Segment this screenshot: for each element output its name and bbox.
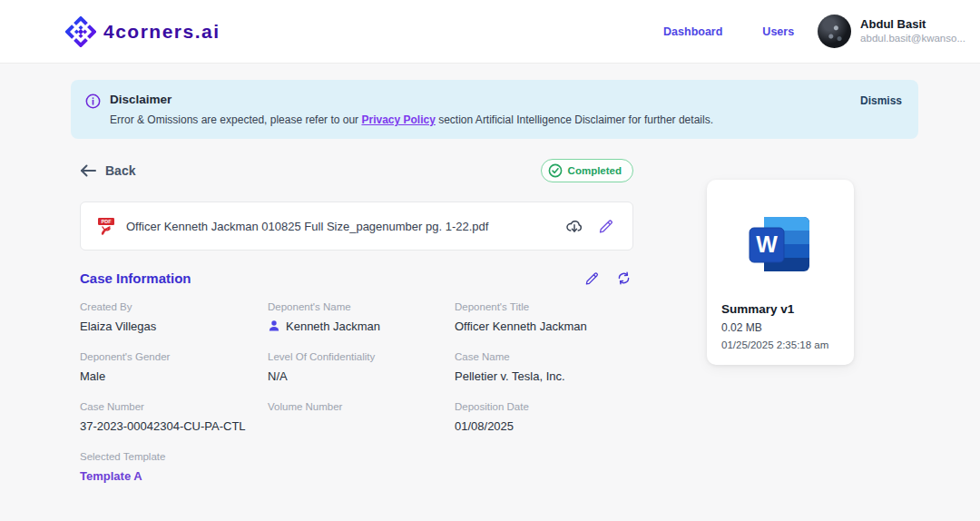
user-name: Abdul Basit [860,17,965,33]
field-created-by: Created By Elaiza Villegas [80,301,268,333]
disclaimer-title: Disclaimer [110,93,851,106]
disclaimer-message: Error & Omissions are expected, please r… [110,113,851,126]
field-deponent-title: Deponent's Title Officer Kenneth Jackman [455,301,633,333]
back-button[interactable]: Back [80,163,135,178]
pdf-file-card: PDF Officer Kenneth Jackman 010825 Full … [80,202,633,251]
pdf-filename: Officer Kenneth Jackman 010825 Full Size… [126,220,553,233]
back-label: Back [105,163,135,178]
privacy-policy-link[interactable]: Privacy Policy [361,113,435,126]
user-email: abdul.basit@kwanso... [860,32,965,45]
summary-file-size: 0.02 MB [721,321,839,334]
app-header: 4corners.ai Dashboard Users Abdul Basit … [0,0,980,64]
field-case-number: Case Number 37-2023-00042304-CU-PA-CTL [80,401,268,433]
case-information-title: Case Information [80,270,191,286]
status-badge: Completed [541,159,633,182]
nav-users-link[interactable]: Users [762,25,794,38]
back-arrow-icon [80,164,96,177]
logo-text: 4corners.ai [103,21,220,43]
edit-case-icon[interactable] [583,269,602,288]
person-icon [268,319,280,332]
summary-timestamp: 01/25/2025 2:35:18 am [721,339,839,350]
logo-diamond-icon [65,16,96,47]
nav-dashboard-link[interactable]: Dashboard [663,25,722,38]
template-link[interactable]: Template A [80,468,268,483]
main-content: Back Completed PDF [0,139,980,483]
avatar[interactable] [818,15,851,48]
field-confidentiality: Level Of Confidentiality N/A [268,351,455,383]
user-menu[interactable]: Abdul Basit abdul.basit@kwanso... [818,15,965,48]
field-deposition-date: Deposition Date 01/08/2025 [455,401,633,433]
disclaimer-banner: Disclaimer Error & Omissions are expecte… [71,80,918,139]
summary-document-card[interactable]: W Summary v1 0.02 MB 01/25/2025 2:35:18 … [707,180,854,365]
check-circle-icon [548,163,563,178]
case-fields-grid: Created By Elaiza Villegas Deponent's Na… [80,301,633,483]
edit-file-icon[interactable] [596,216,616,236]
field-deponent-gender: Deponent's Gender Male [80,351,268,383]
main-nav: Dashboard Users [663,25,794,38]
word-document-icon: W [737,201,824,288]
pdf-file-icon: PDF [97,216,115,236]
field-deponent-name: Deponent's Name Kenneth Jackman [268,301,455,333]
field-volume-number: Volume Number [268,401,455,433]
svg-text:W: W [756,231,778,257]
status-label: Completed [568,165,622,176]
app-logo[interactable]: 4corners.ai [65,16,220,47]
field-case-name: Case Name Pelletier v. Tesla, Inc. [455,351,633,383]
disclaimer-text-prefix: Error & Omissions are expected, please r… [110,113,361,126]
download-icon[interactable] [564,215,585,237]
summary-title: Summary v1 [721,302,839,316]
info-icon [85,93,101,109]
refresh-icon[interactable] [614,269,633,288]
disclaimer-text-suffix: section Artificial Intelligence Disclaim… [436,113,713,126]
dismiss-button[interactable]: Dismiss [860,94,902,107]
field-selected-template: Selected Template Template A [80,451,268,483]
svg-text:PDF: PDF [102,219,113,224]
